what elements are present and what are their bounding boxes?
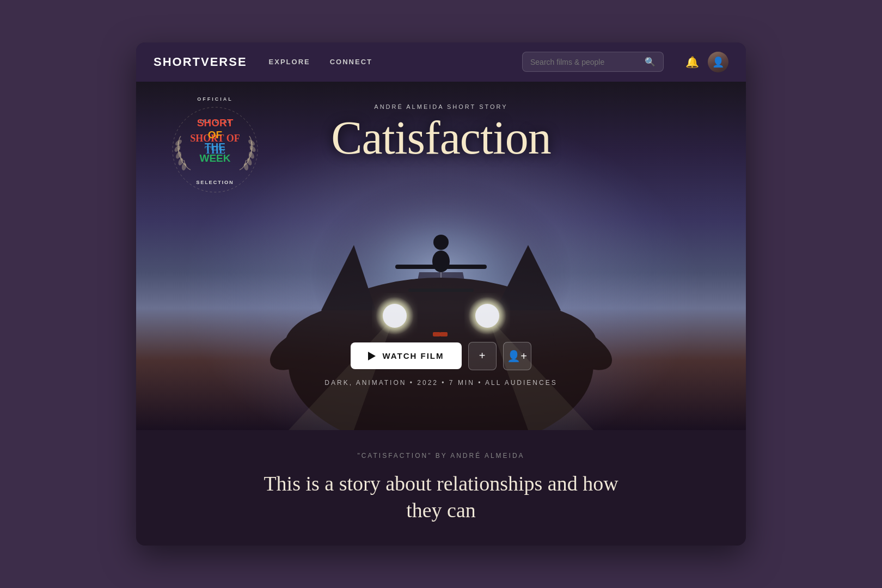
buttons-area: WATCH FILM + 👤+ DARK, ANIMATION • 2022 •… [136, 342, 746, 387]
avatar-image: 👤 [708, 52, 728, 72]
search-input[interactable] [530, 58, 639, 66]
watch-film-button[interactable]: WATCH FILM [351, 342, 461, 369]
bell-icon[interactable]: 🔔 [685, 56, 699, 69]
badge-official: OFFICIAL [192, 96, 238, 101]
badge-text: OFFICIAL SHORT OF THE WEEK SELECTION [192, 96, 238, 185]
logo[interactable]: SHORTVERSE [154, 55, 247, 69]
search-icon: 🔍 [645, 57, 656, 67]
nav-connect[interactable]: CONNECT [330, 58, 372, 66]
svg-rect-21 [440, 332, 448, 336]
below-hero: "CATISFACTION" BY ANDRÉ ALMEIDA This is … [136, 430, 746, 546]
film-meta: DARK, ANIMATION • 2022 • 7 MIN • ALL AUD… [324, 379, 557, 387]
nav-icons: 🔔 👤 [685, 52, 728, 72]
badge-line1: SHORT OF [192, 117, 238, 141]
nav-explore[interactable]: EXPLORE [269, 58, 310, 66]
add-to-list-button[interactable]: + [468, 342, 497, 370]
description-text: This is a story about relationships and … [250, 470, 632, 524]
badge-selection: SELECTION [192, 180, 238, 185]
nav-links: EXPLORE CONNECT [269, 58, 500, 66]
avatar[interactable]: 👤 [708, 52, 728, 72]
svg-point-15 [475, 304, 499, 328]
browser-window: SHORTVERSE EXPLORE CONNECT 🔍 🔔 👤 [136, 42, 746, 546]
svg-rect-20 [433, 332, 440, 336]
laurel-badge: OFFICIAL SELECTION SHORT OF THE OFFICIAL… [169, 103, 261, 196]
navbar: SHORTVERSE EXPLORE CONNECT 🔍 🔔 👤 [136, 42, 746, 82]
action-buttons: WATCH FILM + 👤+ [351, 342, 531, 370]
follow-button[interactable]: 👤+ [503, 342, 531, 370]
film-byline: "CATISFACTION" BY ANDRÉ ALMEIDA [154, 452, 728, 460]
svg-point-18 [433, 235, 449, 250]
person-plus-icon: 👤+ [507, 350, 527, 363]
search-bar[interactable]: 🔍 [522, 52, 664, 72]
svg-rect-16 [408, 289, 474, 292]
badge-line2: THE WEEK [192, 140, 238, 164]
hero-section: ANDRÉ ALMEIDA SHORT STORY Catisfaction [136, 82, 746, 430]
play-icon [368, 352, 376, 360]
svg-point-13 [383, 304, 407, 328]
plus-icon: + [479, 350, 486, 362]
watch-film-label: WATCH FILM [382, 351, 444, 360]
